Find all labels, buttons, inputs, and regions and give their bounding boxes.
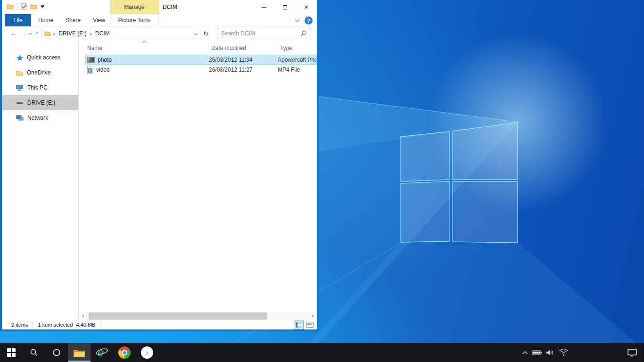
- sidebar-item-quick-access[interactable]: Quick access: [2, 50, 79, 65]
- folder-icon: [44, 31, 51, 36]
- internet-explorer-button[interactable]: e: [91, 343, 113, 362]
- selection-size: 4.40 MB: [76, 322, 95, 328]
- internet-explorer-icon: e: [95, 346, 108, 359]
- breadcrumb-dcim[interactable]: DCIM: [94, 30, 111, 37]
- tray-spacer: [570, 343, 623, 362]
- computer-icon: [16, 84, 24, 91]
- ribbon-tab-row: File Home Share View Picture Tools ?: [2, 14, 317, 26]
- maximize-button[interactable]: [274, 0, 296, 14]
- action-center-button[interactable]: [623, 343, 642, 362]
- onedrive-folder-icon: [16, 70, 23, 76]
- sidebar-item-drive-e[interactable]: DRIVE (E:): [2, 95, 79, 110]
- details-view-button[interactable]: [294, 321, 304, 329]
- recent-locations-chevron-icon[interactable]: [29, 32, 32, 35]
- sidebar-item-label: Quick access: [27, 54, 60, 61]
- file-date-cell: 26/03/2012 11:27: [209, 66, 278, 73]
- search-box: [217, 28, 311, 39]
- column-header-type[interactable]: Type: [277, 43, 317, 53]
- file-row-video[interactable]: video 26/03/2012 11:27 MP4 File: [85, 65, 317, 74]
- column-header-date-modified[interactable]: Date modified: [209, 43, 277, 53]
- close-button[interactable]: ✕: [296, 0, 317, 14]
- large-icons-view-icon: [306, 322, 314, 328]
- chrome-button[interactable]: [113, 343, 136, 362]
- file-row-photo[interactable]: photo 26/03/2012 11:34 Apowersoft Pho: [85, 55, 317, 65]
- scrollbar-thumb[interactable]: [89, 313, 267, 320]
- file-name-cell: photo: [85, 57, 209, 63]
- cortana-circle-icon: [52, 348, 61, 357]
- address-bar[interactable]: › DRIVE (E:) › DCIM ↻: [41, 28, 211, 39]
- details-view-icon: [296, 322, 302, 328]
- horizontal-scrollbar[interactable]: ‹ ›: [79, 312, 317, 320]
- status-separator: [100, 322, 100, 328]
- file-name: video: [96, 66, 110, 73]
- scroll-left-arrow[interactable]: ‹: [79, 312, 87, 320]
- scroll-right-arrow[interactable]: ›: [309, 312, 317, 320]
- file-type-cell: Apowersoft Pho: [278, 57, 317, 63]
- new-folder-icon[interactable]: [30, 3, 37, 9]
- sidebar-item-this-pc[interactable]: This PC: [2, 80, 79, 95]
- file-name-cell: video: [85, 66, 209, 74]
- sidebar-item-onedrive[interactable]: OneDrive: [2, 65, 79, 80]
- column-label: Type: [280, 45, 292, 51]
- network-tray-icon[interactable]: [557, 343, 570, 362]
- start-button[interactable]: [0, 343, 23, 362]
- address-separator: [200, 30, 200, 37]
- forward-button[interactable]: →: [20, 29, 27, 37]
- speaker-icon: [545, 349, 555, 356]
- tab-file[interactable]: File: [5, 14, 31, 26]
- address-dropdown-chevron-icon[interactable]: [194, 32, 198, 35]
- column-headers: Name Date modified Type: [79, 41, 317, 55]
- ribbon-collapse-chevron-icon[interactable]: [295, 17, 300, 22]
- back-button[interactable]: ←: [10, 29, 17, 37]
- breadcrumb-chevron-icon: ›: [88, 30, 94, 37]
- help-button[interactable]: ?: [305, 16, 313, 25]
- tab-view[interactable]: View: [89, 14, 109, 26]
- status-bar: 2 items 1 item selected 4.40 MB: [2, 320, 317, 329]
- window-controls: ✕: [253, 0, 317, 14]
- customize-toolbar-chevron[interactable]: [41, 5, 44, 8]
- search-input[interactable]: [221, 30, 300, 37]
- breadcrumb-chevron-icon: ›: [51, 30, 58, 37]
- minimize-button[interactable]: [253, 0, 274, 14]
- view-switcher: [294, 320, 315, 329]
- tab-home[interactable]: Home: [35, 14, 57, 26]
- scrollbar-track[interactable]: [87, 312, 309, 320]
- show-desktop-button[interactable]: [642, 343, 644, 362]
- file-explorer-window: Manage DCIM ✕ File Home Share View Pictu…: [0, 0, 319, 331]
- window-body: Quick access OneDrive This PC DRIVE (E:)…: [2, 41, 317, 312]
- toolbar-separator: [17, 3, 17, 10]
- sidebar-item-label: DRIVE (E:): [27, 99, 55, 106]
- folder-icon[interactable]: [7, 3, 14, 9]
- cortana-button[interactable]: [45, 343, 68, 362]
- contextual-tab-group[interactable]: Manage: [110, 0, 159, 14]
- action-center-icon: [627, 348, 637, 357]
- up-button[interactable]: ↑: [35, 29, 39, 37]
- search-icon[interactable]: [300, 30, 307, 37]
- breadcrumb-drive[interactable]: DRIVE (E:): [58, 30, 87, 37]
- search-icon: [30, 348, 38, 357]
- sidebar-item-label: OneDrive: [27, 69, 51, 76]
- properties-check-icon[interactable]: [21, 3, 27, 10]
- selection-count: 1 item selected: [38, 322, 73, 328]
- volume-tray-icon[interactable]: [544, 343, 557, 362]
- tab-share[interactable]: Share: [61, 14, 85, 26]
- itunes-button[interactable]: ♪: [136, 343, 158, 362]
- file-type-cell: MP4 File: [278, 66, 317, 73]
- wifi-icon: [559, 349, 568, 356]
- taskbar-file-explorer-button[interactable]: [68, 343, 91, 362]
- column-header-name[interactable]: Name: [79, 43, 209, 53]
- system-tray: [519, 343, 644, 362]
- sidebar-item-network[interactable]: Network: [2, 110, 79, 125]
- large-icons-view-button[interactable]: [305, 321, 315, 329]
- title-bar: Manage DCIM ✕: [2, 0, 317, 14]
- minimize-icon: [262, 7, 266, 8]
- hidden-icons-button[interactable]: [519, 343, 530, 362]
- taskbar-search-button[interactable]: [23, 343, 45, 362]
- tab-picture-tools[interactable]: Picture Tools: [110, 14, 159, 26]
- file-name: photo: [98, 57, 112, 63]
- items-count: 2 items: [11, 322, 28, 328]
- battery-tray-icon[interactable]: [530, 343, 544, 362]
- taskbar: e ♪: [0, 343, 644, 362]
- close-icon: ✕: [304, 4, 308, 10]
- refresh-icon[interactable]: ↻: [203, 30, 208, 37]
